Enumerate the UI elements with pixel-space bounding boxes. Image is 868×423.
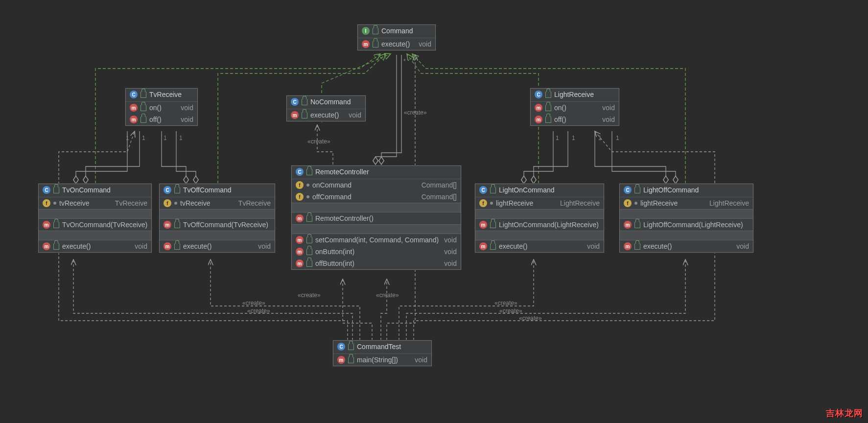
member-row: flightReceiveLightReceive [475,197,604,209]
class-icon: C [43,186,50,194]
method-icon: m [479,242,487,250]
member-row: fonCommandCommand[] [292,179,461,191]
member-row: mRemoteController() [292,212,461,224]
section-divider [475,209,604,219]
lock-icon [302,99,307,105]
section-divider [620,209,753,219]
class-commandtest[interactable]: CCommandTest mmain(String[])void [333,340,432,366]
lock-icon [53,243,59,250]
method-icon: m [479,221,487,229]
method-icon: m [43,242,50,250]
create-label: «create» [242,300,265,306]
create-label: «create» [298,292,321,299]
member-row: mexecute()void [620,240,753,252]
lock-icon [373,41,378,47]
class-icon: C [479,186,487,194]
class-lightoncommand[interactable]: CLightOnCommand flightReceiveLightReceiv… [475,184,604,253]
class-name: RemoteController [315,168,369,176]
lock-icon [174,222,180,228]
class-name: NoCommand [310,98,351,106]
member-row: moff()void [126,114,197,125]
member-row: ftvReceiveTvReceive [160,197,275,209]
method-icon: m [624,221,632,229]
method-icon: m [130,104,138,112]
lock-icon [348,344,354,350]
multiplicity: 1 [572,135,575,141]
member-row: mexecute()void [287,109,365,121]
class-icon: C [535,91,542,98]
method-icon: m [296,248,304,256]
member-row: ftvReceiveTvReceive [39,197,151,209]
multiplicity: 1 [179,135,183,141]
class-command[interactable]: ICommand mexecute()void [357,24,436,50]
class-name: TvOffCommand [183,186,232,194]
member-row: mLightOnCommand(LightReceive) [475,219,604,231]
method-icon: m [624,242,632,250]
vis-icon [490,202,493,205]
class-name: LightReceive [554,91,594,98]
class-tvreceive[interactable]: CTvReceive mon()void moff()void [125,88,198,126]
lock-icon [490,243,496,250]
field-icon: f [296,193,304,201]
field-icon: f [296,181,304,189]
interface-icon: I [362,27,370,35]
lock-icon [490,187,496,193]
member-row: moff()void [531,114,619,125]
method-icon: m [291,111,299,119]
multiplicity: 1 [598,135,602,141]
class-icon: C [296,168,304,176]
multiplicity: 1 [126,135,129,141]
lock-icon [634,187,640,193]
lock-icon [141,105,146,111]
method-icon: m [164,221,171,229]
create-label: «create» [404,109,427,116]
class-icon: C [130,91,138,98]
field-icon: f [479,199,487,207]
lock-icon [141,92,146,98]
lock-icon [141,117,146,123]
uml-canvas: { "watermark": "吉林龙网", "labels": { "crea… [0,0,868,423]
member-row: msetCommand(int, Command, Command)void [292,234,461,246]
create-label: «create» [499,307,522,314]
lock-icon [490,222,496,228]
member-row: moffButton(int)void [292,258,461,269]
vis-icon [306,195,309,198]
class-lightreceive[interactable]: CLightReceive mon()void moff()void [530,88,619,126]
lock-icon [174,243,180,250]
member-row: mexecute()void [358,38,435,50]
class-icon: C [337,343,345,351]
method-icon: m [296,259,304,267]
lock-icon [545,92,551,98]
method-icon: m [130,116,138,123]
class-nocommand[interactable]: CNoCommand mexecute()void [286,95,366,121]
member-row: mTvOffCommand(TvReceive) [160,219,275,231]
create-label: «create» [307,138,330,145]
class-name: LightOnCommand [499,186,555,194]
method-icon: m [362,40,370,48]
lock-icon [348,357,354,363]
method-icon: m [337,356,345,364]
section-divider [160,231,275,240]
class-lightoffcommand[interactable]: CLightOffCommand flightReceiveLightRecei… [619,184,753,253]
watermark: 吉林龙网 [826,407,863,419]
class-tvoncommand[interactable]: CTvOnCommand ftvReceiveTvReceive mTvOnCo… [38,184,152,253]
lock-icon [634,243,640,250]
class-name: Command [381,27,413,35]
lock-icon [306,215,312,222]
method-icon: m [535,116,542,123]
method-icon: m [43,221,50,229]
field-icon: f [164,199,171,207]
multiplicity: 1 [556,135,559,141]
multiplicity-star: * [403,58,406,65]
member-row: mmain(String[])void [333,354,431,366]
member-row: mexecute()void [475,240,604,252]
method-icon: m [535,104,542,112]
class-tvoffcommand[interactable]: CTvOffCommand ftvReceiveTvReceive mTvOff… [159,184,275,253]
class-icon: C [164,186,171,194]
lock-icon [306,260,312,267]
lock-icon [373,28,378,34]
class-name: TvReceive [149,91,182,98]
lock-icon [545,117,551,123]
class-remotecontroller[interactable]: CRemoteController fonCommandCommand[] fo… [291,165,461,270]
class-name: CommandTest [357,343,401,351]
